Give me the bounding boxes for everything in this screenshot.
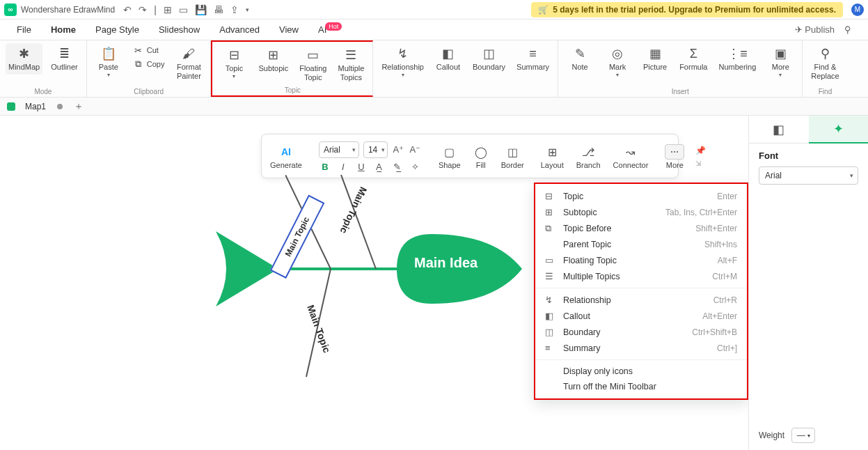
- menu-home[interactable]: Home: [51, 24, 76, 35]
- rp-tab-ai[interactable]: ✦: [809, 116, 869, 143]
- cm-topic[interactable]: ⊟TopicEnter: [535, 188, 747, 204]
- mark-button[interactable]: ◎Mark▾: [601, 43, 633, 81]
- cm-parent-topic[interactable]: Parent TopicShift+Ins: [535, 237, 747, 252]
- floating-topic-button[interactable]: ▭FloatingTopic: [297, 45, 329, 85]
- fishbone-head[interactable]: [397, 234, 522, 304]
- picture-icon: ▦: [647, 46, 663, 61]
- main-topic-3[interactable]: Main Topic: [305, 303, 333, 354]
- cm-subtopic[interactable]: ⊞SubtopicTab, Ins, Ctrl+Enter: [535, 204, 747, 220]
- cm-display-icons[interactable]: Display only icons: [535, 364, 747, 379]
- quick-access-toolbar: ↶ ↷ | ⊞ ▭ 💾 🖶 ⇪ ▾: [123, 4, 249, 15]
- boundary-icon: ◫: [482, 46, 497, 61]
- decrease-font-icon[interactable]: A⁻: [409, 144, 421, 155]
- menu-file[interactable]: File: [17, 24, 31, 35]
- ribbon-group-topic: ⊟Topic▾ ⊞Subtopic ▭FloatingTopic ☰Multip…: [211, 40, 373, 97]
- copy-button[interactable]: ⧉Copy: [133, 59, 165, 70]
- trial-banner[interactable]: 🛒 5 days left in the trial period. Upgra…: [531, 2, 843, 17]
- font-name-select[interactable]: Arial▾: [319, 141, 359, 158]
- topic-button[interactable]: ⊟Topic▾: [218, 45, 250, 82]
- more-insert-button[interactable]: ▣More▾: [764, 43, 796, 81]
- avatar[interactable]: M: [851, 3, 864, 16]
- cm-multiple-topics[interactable]: ☰Multiple TopicsCtrl+M: [535, 268, 747, 284]
- menu-slideshow[interactable]: Slideshow: [159, 24, 200, 35]
- chevron-down-icon[interactable]: ▾: [246, 6, 249, 13]
- font-size-select[interactable]: 14▾: [363, 141, 388, 158]
- mt-shape[interactable]: ▢Shape: [434, 143, 465, 169]
- mt-fill[interactable]: ◯Fill: [469, 143, 493, 169]
- find-replace-button[interactable]: ⚲Find &Replace: [808, 43, 842, 84]
- redo-icon[interactable]: ↷: [139, 4, 147, 15]
- cm-summary[interactable]: ≡SummaryCtrl+]: [535, 340, 747, 356]
- multiple-topics-icon: ☰: [343, 47, 358, 63]
- branch-icon: ⎇: [581, 144, 596, 160]
- mt-connector[interactable]: ↝Connector: [609, 143, 653, 169]
- context-menu: ⊟TopicEnter ⊞SubtopicTab, Ins, Ctrl+Ente…: [534, 183, 748, 400]
- mt-border[interactable]: ◫Border: [497, 143, 528, 169]
- share-icon[interactable]: ⚲: [844, 24, 851, 35]
- summary-button[interactable]: ≡Summary: [514, 43, 552, 75]
- save-icon[interactable]: 💾: [195, 4, 207, 15]
- menu-view[interactable]: View: [279, 24, 299, 35]
- bold-button[interactable]: B: [319, 162, 331, 172]
- tab-add-button[interactable]: ＋: [70, 100, 88, 113]
- app-title: Wondershare EdrawMind: [21, 5, 115, 15]
- undo-icon[interactable]: ↶: [123, 4, 132, 15]
- outliner-button[interactable]: ≣Outliner: [48, 43, 81, 75]
- cm-boundary[interactable]: ◫BoundaryCtrl+Shift+B: [535, 324, 747, 340]
- collapse-icon[interactable]: ⇲: [695, 160, 706, 167]
- tab-map1[interactable]: Map1: [25, 102, 46, 111]
- mt-branch[interactable]: ⎇Branch: [572, 143, 605, 169]
- relationship-button[interactable]: ↯Relationship▾: [379, 43, 427, 81]
- sparkle-icon: ✦: [833, 121, 844, 137]
- chevron-down-icon: ▾: [352, 146, 356, 153]
- mt-ai-generate[interactable]: AI Generate: [266, 143, 306, 169]
- subtopic-icon: ⊞: [266, 47, 281, 63]
- cut-button[interactable]: ✂Cut: [133, 45, 165, 56]
- mt-font-block: Arial▾ 14▾ A⁺ A⁻ B I U A̲ ✎̲ ✧: [315, 141, 426, 172]
- mindmap-button[interactable]: ✱MindMap: [6, 43, 42, 75]
- cm-relationship[interactable]: ↯RelationshipCtrl+R: [535, 292, 747, 308]
- topic-icon: ⊟: [226, 47, 242, 63]
- formula-button[interactable]: ΣFormula: [677, 43, 710, 75]
- highlight-button[interactable]: ✎̲: [391, 162, 404, 172]
- picture-button[interactable]: ▦Picture: [639, 43, 671, 75]
- summary-icon: ≡: [545, 343, 556, 353]
- numbering-button[interactable]: ⋮≡Numbering: [716, 43, 759, 75]
- rp-weight-select[interactable]: ―▾: [791, 428, 815, 443]
- export-icon[interactable]: ⇪: [230, 4, 239, 15]
- multiple-topics-button[interactable]: ☰MultipleTopics: [335, 45, 367, 85]
- right-panel: ◧ ✦ Font Arial▾ Weight ―▾: [748, 116, 868, 450]
- menu-ai[interactable]: AIHot: [318, 24, 343, 35]
- format-painter-button[interactable]: 🖌FormatPainter: [173, 43, 205, 84]
- underline-button[interactable]: U: [355, 162, 368, 172]
- increase-font-icon[interactable]: A⁺: [392, 144, 404, 155]
- paste-button[interactable]: 📋Paste▾: [93, 43, 125, 81]
- hot-badge: Hot: [325, 22, 342, 31]
- canvas[interactable]: AI Generate Arial▾ 14▾ A⁺ A⁻ B I U A̲ ✎̲…: [0, 116, 748, 450]
- italic-button[interactable]: I: [337, 162, 349, 172]
- boundary-button[interactable]: ◫Boundary: [470, 43, 508, 75]
- vdiv-icon: |: [154, 4, 157, 15]
- font-color-button[interactable]: A̲: [373, 162, 386, 172]
- menu-page-style[interactable]: Page Style: [95, 24, 139, 35]
- cm-topic-before[interactable]: ⧉Topic BeforeShift+Enter: [535, 220, 747, 237]
- clear-format-button[interactable]: ✧: [409, 162, 422, 172]
- rp-font-select[interactable]: Arial▾: [759, 166, 858, 185]
- cm-floating-topic[interactable]: ▭Floating TopicAlt+F: [535, 252, 747, 268]
- main-topic-2[interactable]: Main Topic: [338, 185, 370, 235]
- callout-button[interactable]: ◧Callout: [432, 43, 464, 75]
- cm-turn-off-toolbar[interactable]: Turn off the Mini Toolbar: [535, 379, 747, 394]
- floating-topic-icon: ▭: [306, 47, 321, 63]
- publish-button[interactable]: ✈ Publish: [795, 24, 835, 35]
- subtopic-button[interactable]: ⊞Subtopic: [255, 45, 291, 76]
- pin-icon[interactable]: 📌: [695, 146, 706, 155]
- new-file-icon[interactable]: ⊞: [164, 4, 172, 15]
- mt-layout[interactable]: ⊞Layout: [537, 143, 568, 169]
- note-button[interactable]: ✎Note: [564, 43, 596, 75]
- mt-more[interactable]: ⋯More: [661, 143, 688, 169]
- print-icon[interactable]: 🖶: [214, 4, 223, 15]
- open-folder-icon[interactable]: ▭: [179, 4, 188, 15]
- rp-tab-style[interactable]: ◧: [749, 116, 809, 143]
- menu-advanced[interactable]: Advanced: [219, 24, 260, 35]
- cm-callout[interactable]: ◧CalloutAlt+Enter: [535, 308, 747, 324]
